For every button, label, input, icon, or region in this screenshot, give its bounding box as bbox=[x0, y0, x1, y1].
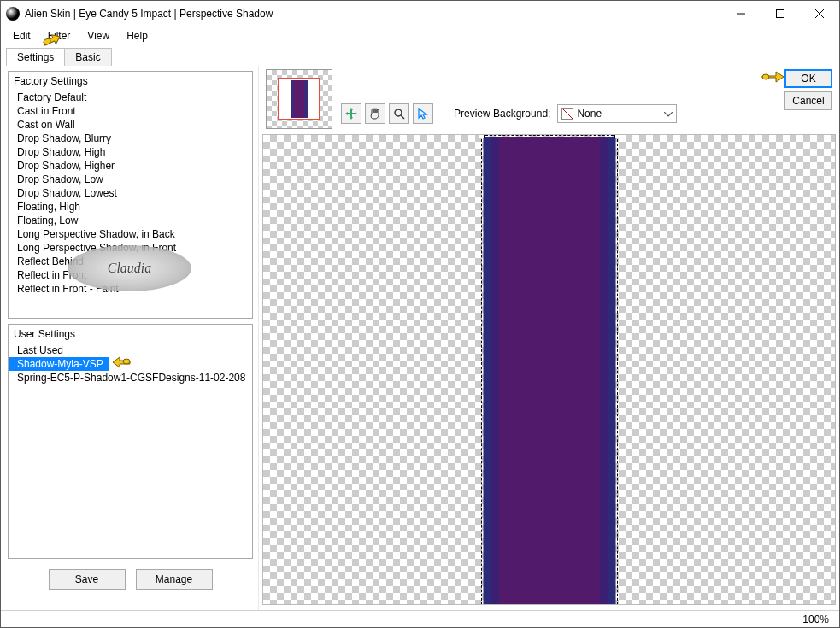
tutorial-pointer-ok bbox=[761, 67, 784, 85]
user-list-item[interactable]: Spring-EC5-P-Shadow1-CGSFDesigns-11-02-2… bbox=[9, 371, 252, 384]
preview-background-value: None bbox=[577, 108, 602, 120]
user-settings-list[interactable]: User Settings Last UsedShadow-Myla-VSPSp… bbox=[8, 324, 253, 559]
svg-point-5 bbox=[123, 359, 130, 364]
tabs-row: Settings Basic bbox=[1, 45, 839, 66]
dialog-buttons: OK Cancel bbox=[784, 69, 832, 110]
body: Factory Settings Factory DefaultCast in … bbox=[1, 66, 839, 610]
ok-button[interactable]: OK bbox=[784, 69, 832, 88]
navigator-thumbnail[interactable] bbox=[266, 69, 332, 129]
svg-line-7 bbox=[401, 115, 404, 119]
tab-settings[interactable]: Settings bbox=[6, 48, 65, 66]
window-title: Alien Skin | Eye Candy 5 Impact | Perspe… bbox=[25, 8, 721, 20]
factory-settings-list[interactable]: Factory Settings Factory DefaultCast in … bbox=[8, 71, 253, 319]
factory-list-item[interactable]: Drop Shadow, High bbox=[9, 145, 252, 159]
factory-list-item[interactable]: Long Perspective Shadow, in Front bbox=[9, 241, 252, 255]
factory-list-item[interactable]: Floating, Low bbox=[9, 214, 252, 227]
left-pane: Factory Settings Factory DefaultCast in … bbox=[1, 66, 259, 610]
factory-list-item[interactable]: Drop Shadow, Blurry bbox=[9, 132, 252, 145]
factory-list-item[interactable]: Reflect Behind bbox=[9, 255, 252, 268]
window-controls bbox=[721, 1, 839, 26]
user-list-item[interactable]: Shadow-Myla-VSP bbox=[9, 357, 109, 371]
none-swatch-icon bbox=[561, 108, 573, 120]
hand-tool-icon[interactable] bbox=[365, 103, 385, 124]
chevron-down-icon bbox=[664, 108, 673, 120]
manage-button[interactable]: Manage bbox=[136, 569, 213, 590]
move-tool-icon[interactable] bbox=[341, 103, 361, 124]
close-button[interactable] bbox=[800, 1, 839, 26]
zoom-level: 100% bbox=[802, 613, 829, 625]
svg-point-6 bbox=[395, 109, 402, 116]
preset-buttons: Save Manage bbox=[8, 564, 253, 605]
factory-list-item[interactable]: Drop Shadow, Higher bbox=[9, 159, 252, 173]
preview-canvas[interactable] bbox=[262, 134, 836, 605]
menu-help[interactable]: Help bbox=[118, 28, 156, 44]
tab-basic[interactable]: Basic bbox=[64, 48, 111, 66]
preview-background-select[interactable]: None bbox=[557, 104, 677, 123]
titlebar: Alien Skin | Eye Candy 5 Impact | Perspe… bbox=[1, 1, 839, 26]
menu-view[interactable]: View bbox=[79, 28, 118, 44]
app-window: Alien Skin | Eye Candy 5 Impact | Perspe… bbox=[0, 0, 840, 628]
user-settings-header: User Settings bbox=[9, 325, 252, 343]
app-icon bbox=[6, 7, 20, 21]
svg-rect-1 bbox=[777, 9, 784, 17]
zoom-tool-icon[interactable] bbox=[389, 103, 409, 124]
preview-toolbar: Preview Background: None OK Cancel bbox=[259, 66, 839, 134]
pointer-tool-icon[interactable] bbox=[413, 103, 433, 124]
maximize-button[interactable] bbox=[761, 1, 800, 26]
save-button[interactable]: Save bbox=[49, 569, 126, 590]
factory-list-item[interactable]: Long Perspective Shadow, in Back bbox=[9, 227, 252, 241]
cancel-button[interactable]: Cancel bbox=[784, 91, 832, 110]
factory-list-item[interactable]: Drop Shadow, Lowest bbox=[9, 186, 252, 200]
factory-list-item[interactable]: Drop Shadow, Low bbox=[9, 173, 252, 186]
menubar: Edit Filter View Help bbox=[1, 26, 839, 45]
minimize-button[interactable] bbox=[721, 1, 761, 26]
svg-point-8 bbox=[762, 74, 769, 79]
preview-background-label: Preview Background: bbox=[454, 108, 550, 120]
right-pane: Preview Background: None OK Cancel bbox=[259, 66, 839, 610]
factory-list-item[interactable]: Factory Default bbox=[9, 91, 252, 104]
canvas-object[interactable] bbox=[483, 137, 615, 605]
factory-list-item[interactable]: Cast on Wall bbox=[9, 118, 252, 132]
factory-settings-header: Factory Settings bbox=[9, 72, 252, 91]
tutorial-pointer-filter bbox=[42, 30, 62, 47]
factory-list-item[interactable]: Floating, High bbox=[9, 200, 252, 214]
factory-list-item[interactable]: Reflect in Front bbox=[9, 268, 252, 282]
menu-edit[interactable]: Edit bbox=[4, 28, 39, 44]
tutorial-pointer-user-item bbox=[111, 352, 132, 369]
factory-list-item[interactable]: Reflect in Front - Faint bbox=[9, 282, 252, 296]
factory-list-item[interactable]: Cast in Front bbox=[9, 104, 252, 118]
statusbar: 100% bbox=[1, 610, 839, 627]
